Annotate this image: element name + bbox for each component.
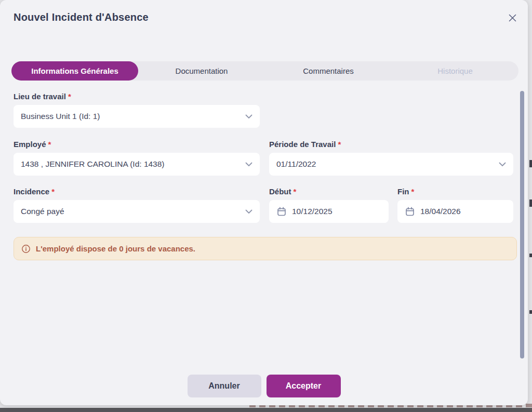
workplace-value: Business Unit 1 (Id: 1) <box>21 112 245 121</box>
incidence-label: Incidence* <box>14 187 55 196</box>
work-period-select[interactable]: 01/11/2022 <box>269 153 513 176</box>
chevron-down-icon <box>499 162 506 167</box>
accept-button[interactable]: Accepter <box>267 375 341 397</box>
vertical-scrollbar[interactable] <box>520 91 524 358</box>
incidence-select[interactable]: Congé payé <box>14 200 260 223</box>
end-date-label: Fin* <box>397 187 414 196</box>
close-icon <box>508 14 517 22</box>
employee-select[interactable]: 1438 , JENNIFER CAROLINA (Id: 1438) <box>14 153 260 176</box>
employee-value: 1438 , JENNIFER CAROLINA (Id: 1438) <box>21 160 245 169</box>
incidence-value: Congé payé <box>21 207 245 216</box>
tab-commentaires[interactable]: Commentaires <box>265 61 392 81</box>
vacation-notice-banner: L'employé dispose de 0 jours de vacances… <box>14 237 517 260</box>
chevron-down-icon <box>245 114 252 119</box>
chevron-down-icon <box>245 209 252 214</box>
calendar-icon <box>405 206 415 217</box>
end-date-value: 18/04/2026 <box>420 207 506 216</box>
start-date-input[interactable]: 10/12/2025 <box>269 200 389 223</box>
employee-label: Employé* <box>14 140 51 149</box>
new-absence-incident-dialog: Nouvel Incident d'Absence Informations G… <box>0 0 528 405</box>
start-date-value: 10/12/2025 <box>292 207 381 216</box>
required-asterisk: * <box>338 140 341 149</box>
tab-informations-generales[interactable]: Informations Générales <box>11 61 138 81</box>
start-date-label: Début* <box>269 187 296 196</box>
workplace-select[interactable]: Business Unit 1 (Id: 1) <box>14 105 260 128</box>
info-circle-icon <box>21 244 31 254</box>
vacation-notice-text: L'employé dispose de 0 jours de vacances… <box>36 244 195 253</box>
background-page-artifact <box>529 200 532 207</box>
dialog-title: Nouvel Incident d'Absence <box>14 11 149 23</box>
required-asterisk: * <box>51 187 55 196</box>
required-asterisk: * <box>411 187 415 196</box>
close-button[interactable] <box>503 8 522 27</box>
background-page-bottom-bar <box>0 408 532 412</box>
end-date-input[interactable]: 18/04/2026 <box>397 200 513 223</box>
background-page-artifact <box>529 310 532 314</box>
workplace-label: Lieu de travail* <box>14 92 71 101</box>
tab-historique: Historique <box>392 61 518 81</box>
required-asterisk: * <box>294 187 297 196</box>
tab-documentation[interactable]: Documentation <box>138 61 265 81</box>
chevron-down-icon <box>245 162 252 167</box>
background-page-artifact <box>529 160 532 167</box>
work-period-value: 01/11/2022 <box>276 160 499 169</box>
dialog-tabbar: Informations Générales Documentation Com… <box>11 61 518 81</box>
cancel-button[interactable]: Annuler <box>188 375 261 397</box>
work-period-label: Période de Travail* <box>269 140 341 149</box>
calendar-icon <box>276 206 287 217</box>
required-asterisk: * <box>48 140 51 149</box>
background-page-artifact <box>529 254 532 257</box>
required-asterisk: * <box>68 92 71 101</box>
dialog-footer: Annuler Accepter <box>0 375 528 397</box>
